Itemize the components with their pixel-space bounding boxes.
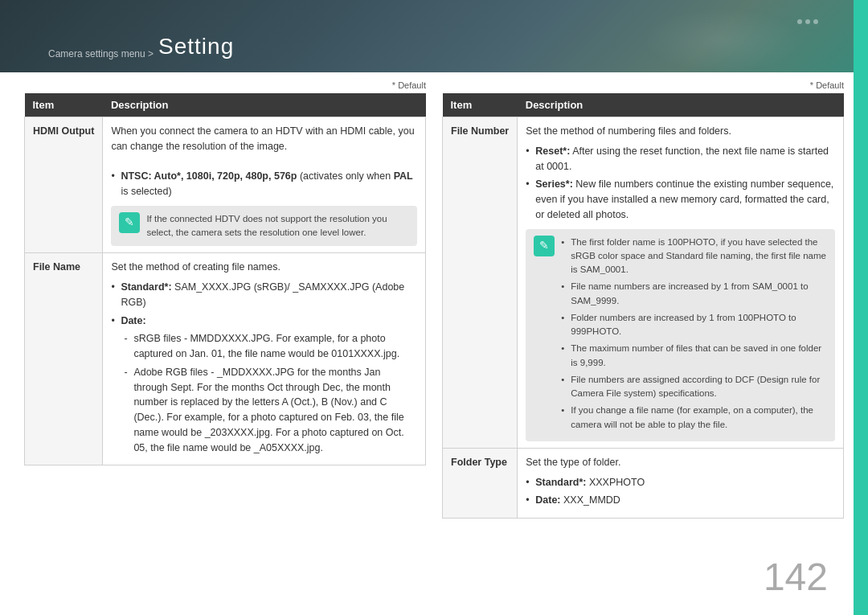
note-bullet-2: File name numbers are increased by 1 fro… [561, 280, 827, 308]
filenumber-note-content: The first folder name is 100PHOTO, if yo… [561, 236, 827, 435]
left-table-wrap: * Default Item Description HDMI Output W… [24, 80, 426, 519]
note-bullet-5: File numbers are assigned according to D… [561, 373, 827, 401]
foldertype-intro: Set the type of folder. [526, 457, 620, 468]
note-icon-right: ✎ [534, 236, 555, 256]
right-table-wrap: * Default Item Description File Number S… [442, 80, 844, 519]
header-decoration [796, 16, 820, 28]
pal-end: is selected) [121, 186, 171, 197]
hdmi-intro: When you connect the camera to an HDTV w… [111, 125, 414, 152]
right-col-desc: Description [518, 93, 844, 117]
note-bullet-4: The maximum number of files that can be … [561, 342, 827, 370]
hdmi-note-text: If the connected HDTV does not support t… [146, 212, 409, 240]
foldertype-date-label: Date: [535, 494, 560, 506]
foldertype-desc: Set the type of folder. Standard*: XXXPH… [518, 448, 844, 518]
hdmi-desc: When you connect the camera to an HDTV w… [103, 117, 426, 253]
left-table: Item Description HDMI Output When you co… [24, 93, 426, 465]
hdmi-item-label: HDMI Output [25, 117, 103, 253]
filename-standard-bullet: Standard*: SAM_XXXX.JPG (sRGB)/ _SAMXXXX… [111, 280, 417, 310]
filename-item-label: File Name [25, 253, 103, 465]
foldertype-standard-label: Standard*: [535, 477, 586, 488]
foldertype-item-label: Folder Type [443, 448, 518, 518]
foldertype-standard-bullet: Standard*: XXXPHOTO [526, 475, 835, 490]
page-title: Setting [158, 34, 234, 59]
right-col-item: Item [443, 93, 518, 117]
reset-label: Reset*: [535, 146, 570, 157]
right-table: Item Description File Number Set the met… [442, 93, 844, 519]
hdmi-note-box: ✎ If the connected HDTV does not support… [111, 206, 417, 247]
series-label: Series*: [535, 178, 573, 190]
note-bullet-3: Folder numbers are increased by 1 from 1… [561, 311, 827, 339]
note-bullet-6: If you change a file name (for example, … [561, 404, 827, 432]
page-header: Camera settings menu > Setting [0, 0, 868, 72]
series-text: New file numbers continue the existing n… [535, 178, 833, 220]
table-row: HDMI Output When you connect the camera … [25, 117, 426, 253]
filenumber-desc: Set the method of numbering files and fo… [518, 117, 844, 449]
ntsc-suffix: (activates only when [300, 170, 394, 182]
foldertype-date-text: XXX_MMDD [563, 494, 620, 506]
hdmi-bullet-ntsc: NTSC: Auto*, 1080i, 720p, 480p, 576p (ac… [111, 169, 417, 199]
right-default-note: * Default [442, 80, 844, 90]
note-icon: ✎ [119, 212, 140, 233]
left-col-desc: Description [103, 93, 426, 117]
left-col-item: Item [25, 93, 103, 117]
foldertype-standard-text: XXXPHOTO [589, 477, 645, 488]
main-content: * Default Item Description HDMI Output W… [0, 80, 868, 519]
table-row: File Number Set the method of numbering … [443, 117, 844, 449]
filenumber-intro: Set the method of numbering files and fo… [526, 125, 731, 137]
note-bullet-1: The first folder name is 100PHOTO, if yo… [561, 236, 827, 277]
ntsc-label: NTSC: Auto*, 1080i, 720p, 480p, 576p [121, 170, 297, 182]
accent-bar [854, 0, 868, 615]
foldertype-date-bullet: Date: XXX_MMDD [526, 493, 835, 508]
filename-desc: Set the method of creating file names. S… [103, 253, 426, 465]
reset-text: After using the reset function, the next… [535, 146, 829, 172]
standard-label: Standard*: [121, 281, 171, 293]
filenumber-series-bullet: Series*: New file numbers continue the e… [526, 177, 835, 222]
filename-intro: Set the method of creating file names. [111, 261, 280, 273]
left-default-note: * Default [24, 80, 426, 90]
page-number: 142 [764, 555, 828, 599]
date-label: Date: [121, 315, 145, 326]
filename-dash2: Adobe RGB files - _MDDXXXX.JPG for the m… [124, 365, 417, 456]
filenumber-item-label: File Number [443, 117, 518, 449]
filename-date-bullet: Date: [111, 314, 417, 329]
filename-dash1: sRGB files - MMDDXXXX.JPG. For example, … [124, 331, 417, 362]
filenumber-reset-bullet: Reset*: After using the reset function, … [526, 144, 835, 174]
filenumber-note-box: ✎ The first folder name is 100PHOTO, if … [526, 229, 835, 441]
breadcrumb: Camera settings menu > [48, 48, 154, 59]
table-row: File Name Set the method of creating fil… [25, 253, 426, 465]
table-row: Folder Type Set the type of folder. Stan… [443, 448, 844, 518]
pal-label: PAL [394, 170, 413, 182]
